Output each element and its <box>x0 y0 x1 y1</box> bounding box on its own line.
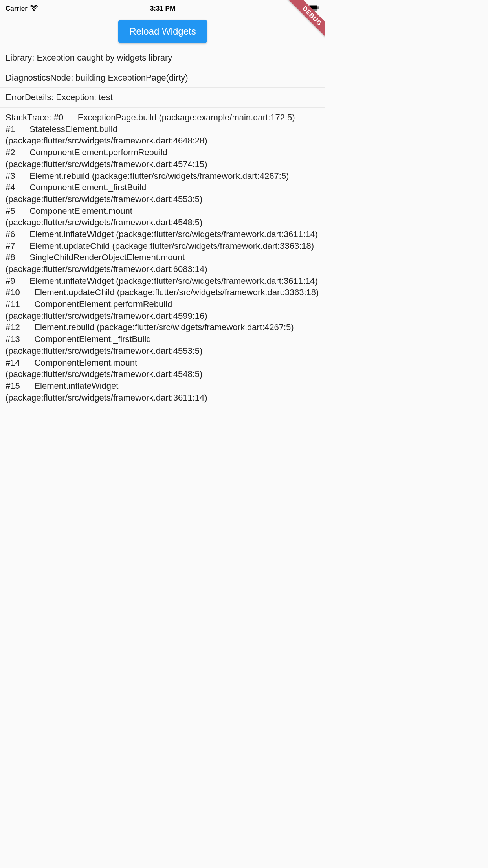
status-bar-time: 3:31 PM <box>150 5 175 13</box>
reload-widgets-button[interactable]: Reload Widgets <box>118 20 207 43</box>
error-stack-trace: StackTrace: #0 ExceptionPage.build (pack… <box>0 108 325 407</box>
svg-rect-3 <box>319 7 319 9</box>
svg-point-0 <box>33 9 34 11</box>
error-library: Library: Exception caught by widgets lib… <box>0 48 325 68</box>
error-details: ErrorDetails: Exception: test <box>0 88 325 108</box>
error-diagnostics-node: DiagnosticsNode: building ExceptionPage(… <box>0 68 325 88</box>
status-bar: Carrier 3:31 PM <box>0 0 325 16</box>
carrier-label: Carrier <box>6 5 28 13</box>
wifi-icon <box>30 5 38 13</box>
error-list: Library: Exception caught by widgets lib… <box>0 48 325 407</box>
status-bar-left: Carrier <box>6 5 38 13</box>
